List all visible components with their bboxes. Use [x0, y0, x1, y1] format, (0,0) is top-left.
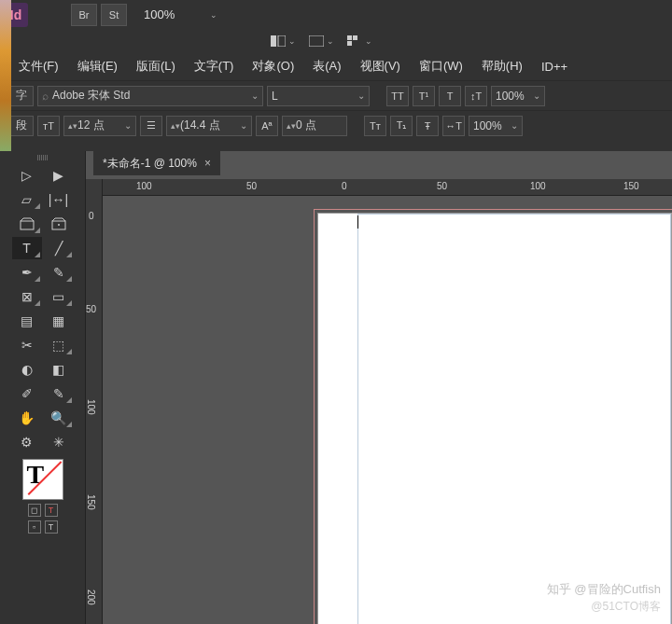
grid-mode-button[interactable]: ⌄	[347, 35, 372, 47]
baseline-value: 0 点	[296, 118, 316, 133]
menu-idplus[interactable]: ID++	[532, 56, 577, 77]
fill-stroke-swatch[interactable]: T	[22, 459, 63, 500]
svg-rect-1	[278, 35, 286, 47]
para-mode-button[interactable]: 段	[9, 116, 34, 136]
gradient-swatch-tool[interactable]: ◐	[12, 358, 42, 381]
ruler-label: 200	[86, 589, 96, 605]
underline-button[interactable]: T	[439, 86, 461, 106]
menu-table[interactable]: 表(A)	[303, 54, 350, 78]
font-family-field[interactable]: ⌕ Adobe 宋体 Std	[37, 86, 263, 106]
zoom-tool[interactable]: 🔍	[44, 407, 74, 429]
eyedropper-tool[interactable]: ✎	[44, 382, 74, 405]
close-tab-icon[interactable]: ×	[204, 157, 211, 170]
font-style-field[interactable]: L	[267, 86, 370, 106]
normal-mode-icon[interactable]: ▫	[28, 520, 41, 534]
rect-frame-tool[interactable]: ⊠	[12, 285, 42, 308]
hscale-icon: ↕T	[465, 86, 487, 106]
formatting-text-icon[interactable]: T	[45, 504, 58, 517]
swap-swatch-row: ◻ T	[28, 504, 58, 517]
subscript-button[interactable]: T₁	[390, 116, 413, 136]
leading-icon: ☰	[140, 116, 162, 136]
none-stroke-indicator	[23, 460, 63, 499]
menu-view[interactable]: 视图(V)	[351, 54, 410, 78]
small-caps-button[interactable]: Tт	[364, 116, 386, 136]
stock-button[interactable]: St	[101, 4, 127, 26]
grid-frame-icon[interactable]: ▤	[12, 310, 42, 332]
pen-tool[interactable]: ✒	[12, 261, 42, 284]
font-size-field[interactable]: ▴▾ 12 点	[63, 116, 136, 136]
type-tool[interactable]: T	[12, 237, 42, 259]
leading-value: (14.4 点	[180, 118, 220, 133]
svg-rect-7	[52, 221, 65, 229]
ruler-label: 50	[86, 304, 96, 314]
formatting-container-icon[interactable]: ◻	[28, 504, 41, 517]
grid-tool[interactable]: ▦	[44, 310, 74, 332]
ruler-label: 0	[342, 181, 347, 191]
arrange-docs-button[interactable]: ⌄	[271, 35, 296, 47]
bridge-button[interactable]: Br	[71, 4, 97, 26]
baseline-icon: Aª	[256, 116, 278, 136]
char-mode-button[interactable]: 字	[9, 86, 34, 106]
screen-mode-button[interactable]: ⌄	[309, 35, 334, 47]
control-row-1: 字 ⌕ Adobe 宋体 Std L TT T¹ T ↕T 100%	[0, 80, 672, 110]
page-tool[interactable]: ▱	[12, 188, 42, 211]
menu-edit[interactable]: 编辑(E)	[68, 54, 127, 78]
superscript-button[interactable]: T¹	[413, 86, 435, 106]
ruler-label: 50	[437, 181, 447, 191]
all-caps-button[interactable]: TT	[386, 86, 409, 106]
leading-field[interactable]: ▴▾ (14.4 点	[166, 116, 252, 136]
zoom-level[interactable]: 100% ⌄	[138, 4, 224, 26]
svg-rect-5	[347, 41, 352, 46]
menu-type[interactable]: 文字(T)	[185, 54, 244, 78]
toggle-b-icon[interactable]: ✳	[44, 431, 74, 453]
vertical-ruler[interactable]: 0 50 100 150 200	[86, 179, 103, 624]
chevron-down-icon[interactable]: ⌄	[203, 4, 224, 26]
menu-window[interactable]: 窗口(W)	[410, 54, 472, 78]
gap-tool[interactable]: |↔|	[44, 188, 74, 211]
strikethrough-button[interactable]: Ŧ	[416, 116, 439, 136]
hscale-field[interactable]: 100%	[491, 86, 545, 106]
line-tool[interactable]: ╱	[44, 237, 74, 259]
note-tool[interactable]: ✐	[12, 382, 42, 405]
pasteboard[interactable]	[103, 196, 672, 624]
scissors-tool[interactable]: ✂	[12, 334, 42, 356]
panel-grip[interactable]	[24, 155, 62, 160]
selection-tool[interactable]: ▷	[12, 164, 42, 187]
ruler-label: 100	[136, 181, 152, 191]
font-size-value: 12 点	[77, 118, 105, 133]
watermark-51cto: @51CTO博客	[591, 599, 661, 615]
free-transform-tool[interactable]: ⬚	[44, 334, 74, 356]
pencil-tool[interactable]: ✎	[44, 261, 74, 284]
view-mode-row: ⌄ ⌄ ⌄	[0, 30, 672, 52]
menu-object[interactable]: 对象(O)	[243, 54, 303, 78]
menu-file[interactable]: 文件(F)	[9, 54, 68, 78]
ruler-label: 150	[623, 181, 639, 191]
title-bar: Id Br St 100% ⌄	[0, 0, 672, 30]
svg-rect-6	[21, 221, 34, 229]
baseline-shift-field[interactable]: ▴▾ 0 点	[282, 116, 347, 136]
direct-selection-tool[interactable]: ▶	[44, 164, 74, 187]
search-icon: ⌕	[42, 90, 49, 103]
content-placer-tool[interactable]	[44, 213, 74, 235]
tools-panel: ▷▶ ▱|↔| T╱ ✒✎ ⊠▭ ▤▦ ✂⬚ ◐◧ ✐✎ ✋🔍 ⚙✳ T ◻ T…	[0, 151, 86, 624]
ruler-label: 100	[530, 181, 546, 191]
menu-layout[interactable]: 版面(L)	[127, 54, 185, 78]
rectangle-tool[interactable]: ▭	[44, 285, 74, 308]
toggle-a-icon[interactable]: ⚙	[12, 431, 42, 453]
content-collector-tool[interactable]	[12, 213, 42, 235]
document-tab-label: *未命名-1 @ 100%	[103, 156, 197, 172]
stepper-icon[interactable]: ▴▾	[171, 121, 180, 131]
stepper-icon[interactable]: ▴▾	[68, 121, 77, 131]
horizontal-ruler[interactable]: 100 50 0 50 100 150	[103, 179, 672, 196]
hand-tool[interactable]: ✋	[12, 407, 42, 429]
page-margins	[357, 214, 671, 624]
document-page[interactable]	[317, 213, 672, 624]
document-tab[interactable]: *未命名-1 @ 100% ×	[93, 151, 220, 175]
gradient-feather-tool[interactable]: ◧	[44, 358, 74, 381]
menu-help[interactable]: 帮助(H)	[472, 54, 532, 78]
svg-rect-3	[347, 35, 352, 40]
vscale-field[interactable]: 100%	[469, 116, 523, 136]
preview-mode-icon[interactable]: T	[45, 520, 58, 534]
menu-bar: 文件(F) 编辑(E) 版面(L) 文字(T) 对象(O) 表(A) 视图(V)…	[0, 52, 672, 80]
stepper-icon[interactable]: ▴▾	[287, 121, 296, 131]
